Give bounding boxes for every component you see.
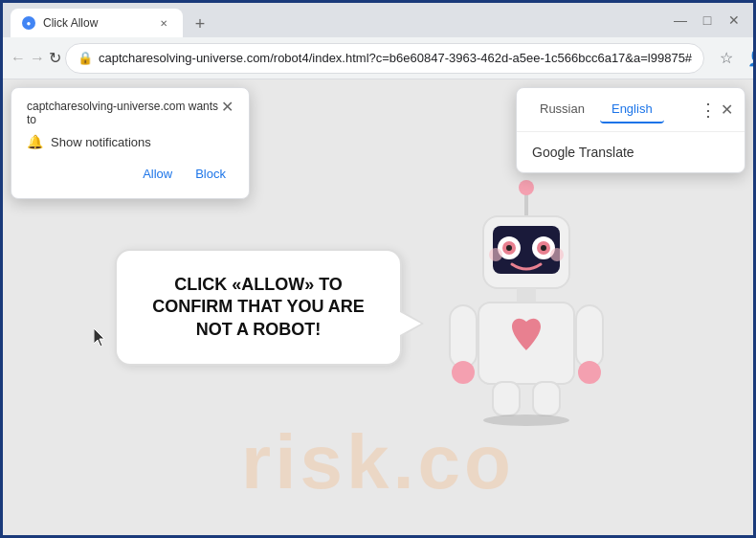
- active-tab[interactable]: ● Click Allow ✕: [11, 9, 183, 37]
- lock-icon: 🔒: [78, 51, 93, 65]
- translate-header: Russian English ⋮ ✕: [517, 88, 745, 132]
- mouse-cursor: [94, 328, 105, 346]
- profile-button[interactable]: 👤: [743, 44, 756, 73]
- toolbar-icons: ☆ 👤 ⋮: [712, 44, 756, 73]
- maximize-button[interactable]: □: [696, 9, 719, 32]
- url-text: captcharesolving-universe.com/robot4/ind…: [99, 51, 692, 65]
- browser-window: ● Click Allow ✕ + — □ ✕ ← → ↻ 🔒 captchar…: [3, 3, 753, 535]
- window-controls: — □ ✕: [669, 9, 745, 32]
- translate-service-label: Google Translate: [532, 145, 634, 160]
- bubble-text: CLICK «ALLOW» TO CONFIRM THAT YOU ARE NO…: [144, 274, 373, 341]
- popup-close-button[interactable]: ✕: [221, 100, 233, 115]
- bookmark-button[interactable]: ☆: [712, 44, 741, 73]
- svg-rect-16: [576, 305, 603, 368]
- popup-header: captcharesolving-universe.com wants to ✕: [27, 100, 233, 126]
- url-bar[interactable]: 🔒 captcharesolving-universe.com/robot4/i…: [65, 43, 704, 74]
- forward-button[interactable]: →: [30, 45, 45, 72]
- allow-button[interactable]: Allow: [135, 161, 180, 187]
- reload-button[interactable]: ↻: [49, 45, 61, 72]
- svg-point-10: [489, 248, 502, 261]
- svg-rect-12: [517, 288, 536, 303]
- tab-title: Click Allow: [43, 16, 148, 30]
- svg-point-15: [452, 361, 475, 384]
- tab-close-button[interactable]: ✕: [156, 15, 171, 31]
- notification-popup: captcharesolving-universe.com wants to ✕…: [11, 87, 250, 199]
- new-tab-button[interactable]: +: [187, 11, 213, 37]
- svg-rect-14: [450, 305, 477, 368]
- svg-point-9: [541, 245, 546, 251]
- translate-body: Google Translate: [517, 132, 745, 172]
- svg-point-17: [578, 361, 601, 384]
- english-tab[interactable]: English: [600, 96, 664, 123]
- robot-svg: [431, 164, 622, 432]
- address-bar: ← → ↻ 🔒 captcharesolving-universe.com/ro…: [3, 37, 753, 79]
- back-button[interactable]: ←: [11, 45, 26, 72]
- robot-illustration: [431, 164, 641, 451]
- title-bar: ● Click Allow ✕ + — □ ✕: [3, 3, 753, 37]
- svg-point-11: [550, 248, 564, 261]
- popup-site-text: captcharesolving-universe.com wants to: [27, 100, 221, 126]
- notification-row: 🔔 Show notifications: [27, 134, 233, 149]
- popup-buttons: Allow Block: [27, 161, 233, 187]
- svg-point-1: [519, 180, 534, 195]
- bell-icon: 🔔: [27, 134, 43, 149]
- main-layout: CLICK «ALLOW» TO CONFIRM THAT YOU ARE NO…: [115, 164, 641, 451]
- russian-tab[interactable]: Russian: [528, 96, 596, 123]
- speech-bubble: CLICK «ALLOW» TO CONFIRM THAT YOU ARE NO…: [115, 249, 402, 366]
- svg-point-6: [506, 245, 512, 251]
- translate-close-button[interactable]: ✕: [721, 101, 733, 119]
- svg-rect-19: [533, 382, 560, 415]
- tab-strip: ● Click Allow ✕ +: [11, 3, 657, 37]
- svg-point-20: [483, 415, 569, 426]
- translate-more-button[interactable]: ⋮: [700, 100, 717, 121]
- block-button[interactable]: Block: [188, 161, 233, 187]
- svg-rect-18: [493, 382, 520, 415]
- minimize-button[interactable]: —: [669, 9, 692, 32]
- content-area: risk.co captcharesolving-universe.com wa…: [3, 79, 753, 535]
- notification-label: Show notifications: [51, 135, 151, 149]
- close-button[interactable]: ✕: [723, 9, 745, 32]
- translate-popup: Russian English ⋮ ✕ Google Translate: [516, 87, 745, 173]
- tab-favicon: ●: [22, 16, 35, 30]
